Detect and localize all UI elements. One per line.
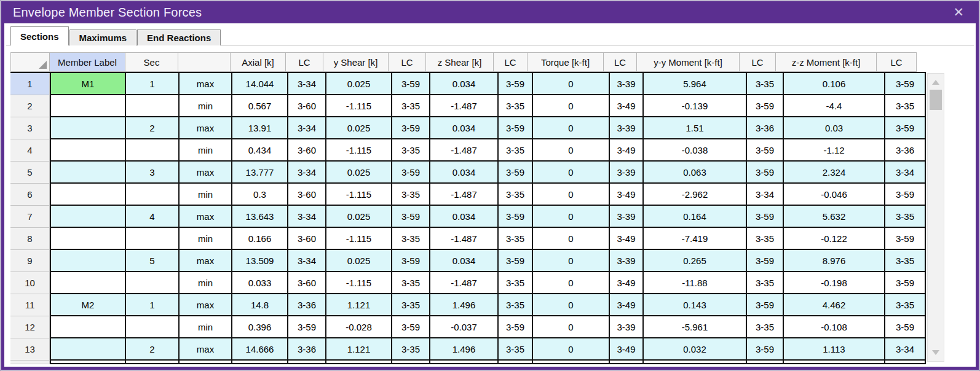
cell-y-shear[interactable]: -0.028 [326, 316, 392, 338]
cell-axial[interactable]: 0.033 [232, 272, 288, 294]
cell-lc-torque[interactable]: 3-39 [610, 250, 644, 272]
cell-yy-moment[interactable]: -2.962 [644, 184, 747, 206]
cell-lc-y-shear[interactable]: 3-35 [392, 139, 430, 162]
cell-y-shear[interactable]: 0.025 [326, 162, 392, 184]
cell-member-label[interactable] [50, 95, 126, 117]
row-number[interactable] [10, 361, 50, 364]
cell-yy-moment[interactable]: 0.032 [644, 338, 747, 361]
cell-member-label[interactable] [50, 117, 126, 139]
cell-lc-axial[interactable]: 3-60 [288, 184, 326, 206]
column-header-lc[interactable]: LC [739, 52, 776, 72]
cell-bound[interactable]: min [180, 139, 232, 162]
cell-bound[interactable]: min [180, 184, 232, 206]
cell-lc-axial[interactable]: 3-36 [288, 294, 326, 316]
tab-sections[interactable]: Sections [10, 26, 69, 45]
cell-y-shear[interactable]: -1.115 [326, 228, 392, 250]
cell-yy-moment[interactable] [644, 361, 747, 364]
cell-lc-z-shear[interactable] [499, 361, 533, 364]
cell-axial[interactable]: 14.8 [232, 294, 288, 316]
cell-bound[interactable]: max [180, 117, 232, 139]
cell-bound[interactable] [180, 361, 232, 364]
cell-sec[interactable]: 4 [126, 206, 180, 228]
cell-zz-moment[interactable]: 5.632 [784, 206, 885, 228]
cell-sec[interactable] [126, 272, 180, 294]
cell-axial[interactable]: 0.434 [232, 139, 288, 162]
cell-lc-zz-moment[interactable]: 3-35 [885, 95, 926, 117]
cell-lc-torque[interactable]: 3-49 [610, 272, 644, 294]
cell-lc-zz-moment[interactable]: 3-34 [885, 338, 926, 361]
cell-lc-y-shear[interactable]: 3-59 [392, 162, 430, 184]
column-header-torque-k-ft[interactable]: Torque [k-ft] [527, 52, 604, 72]
cell-axial[interactable]: 14.666 [232, 338, 288, 361]
cell-torque[interactable]: 0 [533, 139, 610, 162]
cell-bound[interactable]: max [180, 162, 232, 184]
cell-lc-zz-moment[interactable]: 3-35 [885, 250, 926, 272]
cell-y-shear[interactable]: -1.115 [326, 272, 392, 294]
cell-lc-yy-moment[interactable]: 3-35 [747, 272, 784, 294]
cell-yy-moment[interactable]: -0.038 [644, 139, 747, 162]
cell-lc-axial[interactable]: 3-60 [288, 272, 326, 294]
cell-member-label[interactable]: M2 [50, 294, 126, 316]
row-number[interactable]: 12 [10, 316, 50, 338]
cell-lc-yy-moment[interactable] [747, 361, 784, 364]
cell-lc-zz-moment[interactable]: 3-36 [885, 139, 926, 162]
cell-torque[interactable] [533, 361, 610, 364]
cell-torque[interactable]: 0 [533, 184, 610, 206]
cell-lc-torque[interactable]: 3-39 [610, 162, 644, 184]
cell-sec[interactable] [126, 361, 180, 364]
cell-lc-torque[interactable]: 3-49 [610, 184, 644, 206]
cell-lc-axial[interactable]: 3-34 [288, 162, 326, 184]
cell-axial[interactable]: 0.3 [232, 184, 288, 206]
cell-lc-torque[interactable]: 3-49 [610, 228, 644, 250]
cell-zz-moment[interactable]: -1.12 [784, 139, 885, 162]
cell-lc-y-shear[interactable]: 3-59 [392, 117, 430, 139]
cell-lc-axial[interactable]: 3-36 [288, 338, 326, 361]
cell-lc-axial[interactable]: 3-34 [288, 206, 326, 228]
cell-lc-torque[interactable]: 3-39 [610, 73, 644, 95]
scrollbar-thumb[interactable] [930, 90, 942, 110]
cell-yy-moment[interactable]: -5.961 [644, 316, 747, 338]
cell-torque[interactable]: 0 [533, 206, 610, 228]
cell-lc-zz-moment[interactable]: 3-59 [885, 272, 926, 294]
cell-lc-z-shear[interactable]: 3-35 [499, 272, 533, 294]
cell-y-shear[interactable]: 1.121 [326, 294, 392, 316]
cell-sec[interactable]: 1 [126, 73, 180, 95]
scroll-up-icon[interactable] [932, 80, 939, 85]
cell-lc-torque[interactable] [610, 361, 644, 364]
cell-torque[interactable]: 0 [533, 294, 610, 316]
cell-lc-z-shear[interactable]: 3-35 [499, 184, 533, 206]
column-header-lc[interactable]: LC [493, 52, 528, 72]
cell-lc-axial[interactable] [288, 361, 326, 364]
cell-lc-y-shear[interactable]: 3-35 [392, 272, 430, 294]
cell-lc-zz-moment[interactable]: 3-59 [885, 117, 926, 139]
cell-lc-zz-moment[interactable]: 3-59 [885, 73, 926, 95]
cell-bound[interactable]: min [180, 316, 232, 338]
cell-lc-torque[interactable]: 3-49 [610, 294, 644, 316]
cell-lc-yy-moment[interactable]: 3-59 [747, 206, 784, 228]
cell-z-shear[interactable]: -1.487 [430, 272, 499, 294]
cell-sec[interactable] [126, 95, 180, 117]
cell-lc-z-shear[interactable]: 3-35 [499, 228, 533, 250]
cell-member-label[interactable] [50, 139, 126, 162]
cell-lc-zz-moment[interactable]: 3-35 [885, 294, 926, 316]
cell-z-shear[interactable]: 0.034 [430, 250, 499, 272]
cell-sec[interactable]: 2 [126, 338, 180, 361]
cell-bound[interactable]: min [180, 272, 232, 294]
cell-member-label[interactable] [50, 316, 126, 338]
cell-lc-z-shear[interactable]: 3-59 [499, 162, 533, 184]
cell-y-shear[interactable]: 0.025 [326, 117, 392, 139]
cell-zz-moment[interactable]: 0.106 [784, 73, 885, 95]
row-number[interactable]: 4 [10, 139, 50, 162]
cell-lc-zz-moment[interactable]: 3-59 [885, 316, 926, 338]
cell-torque[interactable]: 0 [533, 338, 610, 361]
cell-sec[interactable] [126, 184, 180, 206]
cell-member-label[interactable] [50, 228, 126, 250]
cell-z-shear[interactable]: -1.487 [430, 228, 499, 250]
cell-yy-moment[interactable]: -0.139 [644, 95, 747, 117]
cell-torque[interactable]: 0 [533, 95, 610, 117]
cell-lc-y-shear[interactable] [392, 361, 430, 364]
cell-yy-moment[interactable]: 0.265 [644, 250, 747, 272]
cell-member-label[interactable] [50, 272, 126, 294]
cell-zz-moment[interactable]: -0.108 [784, 316, 885, 338]
column-header-axial-k[interactable]: Axial [k] [230, 52, 286, 72]
